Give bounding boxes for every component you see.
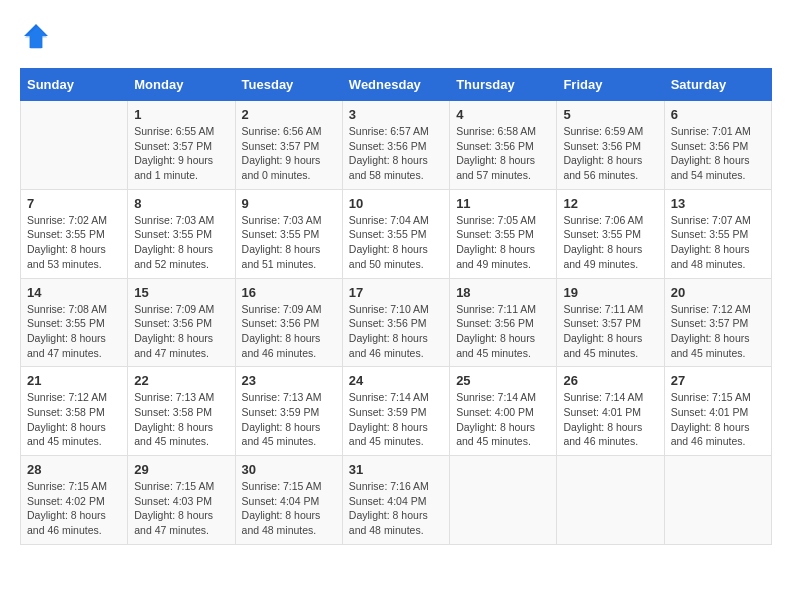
- weekday-header-wednesday: Wednesday: [342, 69, 449, 101]
- calendar-week-row: 1Sunrise: 6:55 AM Sunset: 3:57 PM Daylig…: [21, 101, 772, 190]
- day-info: Sunrise: 7:04 AM Sunset: 3:55 PM Dayligh…: [349, 213, 443, 272]
- calendar-cell: 18Sunrise: 7:11 AM Sunset: 3:56 PM Dayli…: [450, 278, 557, 367]
- calendar-cell: 29Sunrise: 7:15 AM Sunset: 4:03 PM Dayli…: [128, 456, 235, 545]
- day-number: 24: [349, 373, 443, 388]
- calendar-table: SundayMondayTuesdayWednesdayThursdayFrid…: [20, 68, 772, 545]
- calendar-cell: 28Sunrise: 7:15 AM Sunset: 4:02 PM Dayli…: [21, 456, 128, 545]
- day-info: Sunrise: 7:05 AM Sunset: 3:55 PM Dayligh…: [456, 213, 550, 272]
- day-info: Sunrise: 6:55 AM Sunset: 3:57 PM Dayligh…: [134, 124, 228, 183]
- weekday-header-row: SundayMondayTuesdayWednesdayThursdayFrid…: [21, 69, 772, 101]
- day-info: Sunrise: 7:01 AM Sunset: 3:56 PM Dayligh…: [671, 124, 765, 183]
- day-number: 27: [671, 373, 765, 388]
- calendar-cell: 1Sunrise: 6:55 AM Sunset: 3:57 PM Daylig…: [128, 101, 235, 190]
- calendar-cell: 9Sunrise: 7:03 AM Sunset: 3:55 PM Daylig…: [235, 189, 342, 278]
- calendar-week-row: 21Sunrise: 7:12 AM Sunset: 3:58 PM Dayli…: [21, 367, 772, 456]
- calendar-cell: [557, 456, 664, 545]
- day-number: 26: [563, 373, 657, 388]
- day-info: Sunrise: 7:11 AM Sunset: 3:56 PM Dayligh…: [456, 302, 550, 361]
- day-info: Sunrise: 7:15 AM Sunset: 4:04 PM Dayligh…: [242, 479, 336, 538]
- calendar-week-row: 14Sunrise: 7:08 AM Sunset: 3:55 PM Dayli…: [21, 278, 772, 367]
- weekday-header-saturday: Saturday: [664, 69, 771, 101]
- logo: [20, 20, 56, 52]
- calendar-cell: 15Sunrise: 7:09 AM Sunset: 3:56 PM Dayli…: [128, 278, 235, 367]
- day-number: 3: [349, 107, 443, 122]
- weekday-header-tuesday: Tuesday: [235, 69, 342, 101]
- day-number: 29: [134, 462, 228, 477]
- calendar-cell: 24Sunrise: 7:14 AM Sunset: 3:59 PM Dayli…: [342, 367, 449, 456]
- day-info: Sunrise: 7:12 AM Sunset: 3:58 PM Dayligh…: [27, 390, 121, 449]
- day-number: 4: [456, 107, 550, 122]
- calendar-cell: [664, 456, 771, 545]
- calendar-cell: 20Sunrise: 7:12 AM Sunset: 3:57 PM Dayli…: [664, 278, 771, 367]
- day-number: 11: [456, 196, 550, 211]
- day-info: Sunrise: 7:06 AM Sunset: 3:55 PM Dayligh…: [563, 213, 657, 272]
- calendar-cell: 25Sunrise: 7:14 AM Sunset: 4:00 PM Dayli…: [450, 367, 557, 456]
- day-number: 6: [671, 107, 765, 122]
- calendar-cell: 10Sunrise: 7:04 AM Sunset: 3:55 PM Dayli…: [342, 189, 449, 278]
- calendar-cell: 27Sunrise: 7:15 AM Sunset: 4:01 PM Dayli…: [664, 367, 771, 456]
- calendar-cell: 2Sunrise: 6:56 AM Sunset: 3:57 PM Daylig…: [235, 101, 342, 190]
- calendar-cell: 3Sunrise: 6:57 AM Sunset: 3:56 PM Daylig…: [342, 101, 449, 190]
- day-info: Sunrise: 7:12 AM Sunset: 3:57 PM Dayligh…: [671, 302, 765, 361]
- day-info: Sunrise: 7:08 AM Sunset: 3:55 PM Dayligh…: [27, 302, 121, 361]
- day-info: Sunrise: 7:03 AM Sunset: 3:55 PM Dayligh…: [242, 213, 336, 272]
- day-info: Sunrise: 7:14 AM Sunset: 4:00 PM Dayligh…: [456, 390, 550, 449]
- day-number: 17: [349, 285, 443, 300]
- day-number: 16: [242, 285, 336, 300]
- day-info: Sunrise: 7:13 AM Sunset: 3:58 PM Dayligh…: [134, 390, 228, 449]
- day-number: 31: [349, 462, 443, 477]
- calendar-cell: 7Sunrise: 7:02 AM Sunset: 3:55 PM Daylig…: [21, 189, 128, 278]
- day-number: 13: [671, 196, 765, 211]
- day-number: 22: [134, 373, 228, 388]
- day-number: 10: [349, 196, 443, 211]
- weekday-header-thursday: Thursday: [450, 69, 557, 101]
- day-number: 28: [27, 462, 121, 477]
- day-number: 1: [134, 107, 228, 122]
- calendar-cell: [450, 456, 557, 545]
- day-info: Sunrise: 7:11 AM Sunset: 3:57 PM Dayligh…: [563, 302, 657, 361]
- day-info: Sunrise: 7:03 AM Sunset: 3:55 PM Dayligh…: [134, 213, 228, 272]
- day-info: Sunrise: 7:16 AM Sunset: 4:04 PM Dayligh…: [349, 479, 443, 538]
- calendar-week-row: 28Sunrise: 7:15 AM Sunset: 4:02 PM Dayli…: [21, 456, 772, 545]
- calendar-cell: 26Sunrise: 7:14 AM Sunset: 4:01 PM Dayli…: [557, 367, 664, 456]
- day-number: 30: [242, 462, 336, 477]
- calendar-cell: 4Sunrise: 6:58 AM Sunset: 3:56 PM Daylig…: [450, 101, 557, 190]
- day-info: Sunrise: 6:58 AM Sunset: 3:56 PM Dayligh…: [456, 124, 550, 183]
- calendar-cell: 17Sunrise: 7:10 AM Sunset: 3:56 PM Dayli…: [342, 278, 449, 367]
- day-number: 2: [242, 107, 336, 122]
- day-info: Sunrise: 7:07 AM Sunset: 3:55 PM Dayligh…: [671, 213, 765, 272]
- day-number: 12: [563, 196, 657, 211]
- day-number: 20: [671, 285, 765, 300]
- logo-icon: [20, 20, 52, 52]
- day-info: Sunrise: 7:14 AM Sunset: 4:01 PM Dayligh…: [563, 390, 657, 449]
- calendar-cell: 23Sunrise: 7:13 AM Sunset: 3:59 PM Dayli…: [235, 367, 342, 456]
- day-number: 7: [27, 196, 121, 211]
- day-info: Sunrise: 7:10 AM Sunset: 3:56 PM Dayligh…: [349, 302, 443, 361]
- day-info: Sunrise: 7:09 AM Sunset: 3:56 PM Dayligh…: [242, 302, 336, 361]
- calendar-cell: 13Sunrise: 7:07 AM Sunset: 3:55 PM Dayli…: [664, 189, 771, 278]
- calendar-cell: 11Sunrise: 7:05 AM Sunset: 3:55 PM Dayli…: [450, 189, 557, 278]
- day-number: 18: [456, 285, 550, 300]
- weekday-header-friday: Friday: [557, 69, 664, 101]
- calendar-cell: 12Sunrise: 7:06 AM Sunset: 3:55 PM Dayli…: [557, 189, 664, 278]
- day-info: Sunrise: 7:09 AM Sunset: 3:56 PM Dayligh…: [134, 302, 228, 361]
- page-header: [20, 20, 772, 52]
- calendar-cell: 30Sunrise: 7:15 AM Sunset: 4:04 PM Dayli…: [235, 456, 342, 545]
- day-number: 19: [563, 285, 657, 300]
- day-info: Sunrise: 7:02 AM Sunset: 3:55 PM Dayligh…: [27, 213, 121, 272]
- day-number: 9: [242, 196, 336, 211]
- day-number: 15: [134, 285, 228, 300]
- day-number: 14: [27, 285, 121, 300]
- calendar-cell: 21Sunrise: 7:12 AM Sunset: 3:58 PM Dayli…: [21, 367, 128, 456]
- day-number: 25: [456, 373, 550, 388]
- calendar-cell: 6Sunrise: 7:01 AM Sunset: 3:56 PM Daylig…: [664, 101, 771, 190]
- calendar-cell: 22Sunrise: 7:13 AM Sunset: 3:58 PM Dayli…: [128, 367, 235, 456]
- weekday-header-sunday: Sunday: [21, 69, 128, 101]
- day-number: 23: [242, 373, 336, 388]
- day-info: Sunrise: 7:13 AM Sunset: 3:59 PM Dayligh…: [242, 390, 336, 449]
- day-info: Sunrise: 7:15 AM Sunset: 4:02 PM Dayligh…: [27, 479, 121, 538]
- calendar-cell: 31Sunrise: 7:16 AM Sunset: 4:04 PM Dayli…: [342, 456, 449, 545]
- day-info: Sunrise: 6:56 AM Sunset: 3:57 PM Dayligh…: [242, 124, 336, 183]
- day-info: Sunrise: 7:14 AM Sunset: 3:59 PM Dayligh…: [349, 390, 443, 449]
- day-info: Sunrise: 7:15 AM Sunset: 4:01 PM Dayligh…: [671, 390, 765, 449]
